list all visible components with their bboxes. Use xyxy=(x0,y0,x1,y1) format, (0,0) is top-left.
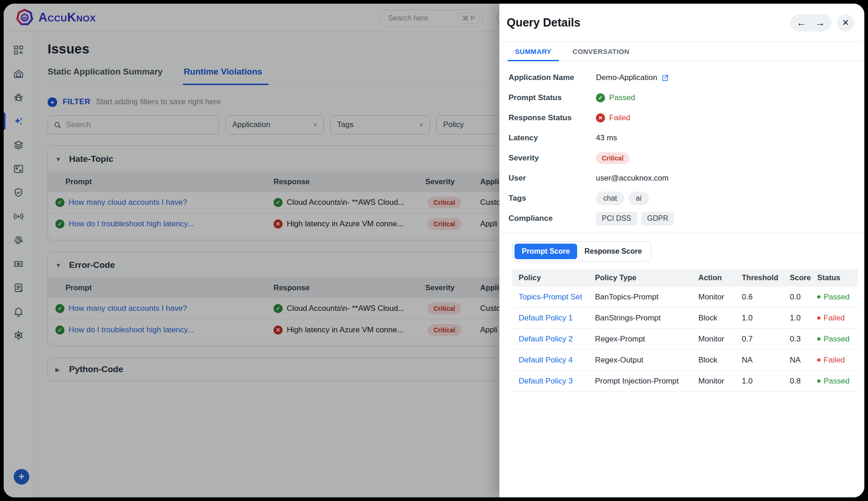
broadcast-icon xyxy=(13,211,24,222)
chevron-down-icon: ˅ xyxy=(313,122,317,128)
prompt-link[interactable]: How many cloud accounts I have? xyxy=(69,198,187,207)
field-latency: Latency 43 ms xyxy=(509,128,853,148)
policy-link[interactable]: Default Policy 2 xyxy=(519,335,573,343)
severity-badge: Critical xyxy=(428,197,461,208)
caret-right-icon: ▶ xyxy=(55,366,62,373)
tab-summary[interactable]: SUMMARY xyxy=(508,42,559,61)
chevron-down-icon: ˅ xyxy=(419,122,423,128)
status-cell: Failed xyxy=(817,314,858,323)
prompt-link[interactable]: How do I troubleshoot high latency... xyxy=(69,325,194,335)
filter-button[interactable]: FILTER xyxy=(63,97,91,107)
fingerprint-icon xyxy=(13,235,24,246)
field-tags: Tags chat ai xyxy=(509,188,853,208)
previous-record-button[interactable]: ← xyxy=(797,18,806,27)
response-status-value: Failed xyxy=(609,113,630,123)
policy-link[interactable]: Default Policy 1 xyxy=(519,314,573,322)
status-cell: Failed xyxy=(817,356,858,365)
score-toggle: Prompt Score Response Score xyxy=(512,241,651,261)
report-icon xyxy=(13,282,24,293)
x-circle-icon: ✕ xyxy=(596,113,605,123)
x-circle-icon: ✕ xyxy=(273,325,283,335)
sidebar-item-notifications[interactable] xyxy=(4,299,33,323)
policy-type-cell: BanStrings-Prompt xyxy=(595,314,698,323)
prompt-link[interactable]: How many cloud accounts I have? xyxy=(69,304,187,313)
search-input[interactable] xyxy=(66,120,214,129)
data-transfer-icon xyxy=(13,163,24,175)
sidebar-item-identity[interactable] xyxy=(4,228,33,252)
severity-badge: Critical xyxy=(428,303,461,314)
bell-icon xyxy=(13,306,24,317)
application-filter-dropdown[interactable]: Application ˅ xyxy=(225,115,324,134)
sidebar-item-home[interactable] xyxy=(4,62,33,85)
close-icon[interactable]: ✕ xyxy=(837,14,854,32)
drawer-tabs: SUMMARY CONVERSATION xyxy=(499,42,864,61)
status-cell: Passed xyxy=(817,335,858,344)
sidebar-item-data-transfer[interactable] xyxy=(4,157,33,181)
sidebar-item-compliance[interactable] xyxy=(4,181,33,204)
tag-chip: ai xyxy=(628,192,648,205)
caret-down-icon: ▼ xyxy=(55,156,62,163)
bug-icon xyxy=(13,92,24,103)
tab-static-application-summary[interactable]: Static Application Summary xyxy=(48,67,163,85)
policy-link[interactable]: Default Policy 4 xyxy=(519,356,573,364)
action-cell: Monitor xyxy=(698,293,742,302)
prompt-link[interactable]: How do I troubleshoot high latency... xyxy=(69,219,194,229)
check-circle-icon: ✓ xyxy=(273,198,283,207)
policy-type-cell: BanTopics-Prompt xyxy=(595,293,698,302)
shortcut-badge: ⌘ P xyxy=(457,13,480,24)
field-label: Response Status xyxy=(509,113,596,123)
col-policy: Policy xyxy=(512,273,595,282)
sidebar: + xyxy=(4,32,34,497)
tab-conversation[interactable]: CONVERSATION xyxy=(565,42,637,61)
threshold-cell: NA xyxy=(742,356,790,365)
add-button[interactable]: + xyxy=(14,469,29,485)
status-dot-icon xyxy=(817,316,820,320)
check-circle-icon: ✓ xyxy=(55,219,64,229)
severity-badge: Critical xyxy=(428,218,461,230)
policy-link[interactable]: Topics-Prompt Set xyxy=(519,293,582,301)
score-cell: 0.8 xyxy=(790,377,817,386)
sidebar-item-reports[interactable] xyxy=(4,276,33,299)
response-score-button[interactable]: Response Score xyxy=(577,244,649,259)
policy-row: Default Policy 4 Regex-Output Block NA N… xyxy=(512,350,858,371)
col-policy-type: Policy Type xyxy=(595,273,698,282)
sidebar-item-dashboard[interactable] xyxy=(4,38,33,62)
external-link-icon[interactable] xyxy=(661,74,669,82)
application-filter-label: Application xyxy=(232,120,270,129)
prompt-score-button[interactable]: Prompt Score xyxy=(514,244,577,259)
policy-table-header: Policy Policy Type Action Threshold Scor… xyxy=(512,269,858,287)
col-response: Response xyxy=(273,283,425,292)
field-label: Prompt Status xyxy=(509,93,596,102)
active-indicator xyxy=(4,112,5,130)
check-circle-icon: ✓ xyxy=(55,325,64,335)
policy-table: Policy Policy Type Action Threshold Scor… xyxy=(512,269,858,392)
next-record-button[interactable]: → xyxy=(815,18,825,27)
severity-badge: Critical xyxy=(428,324,461,336)
action-cell: Monitor xyxy=(698,335,742,344)
field-compliance: Compliance PCI DSS GDPR xyxy=(509,208,853,229)
brand-logo[interactable]: AccuKnox xyxy=(16,8,96,27)
action-cell: Block xyxy=(698,356,742,365)
score-cell: 1.0 xyxy=(790,314,817,323)
sidebar-item-layers[interactable] xyxy=(4,133,33,157)
col-response: Response xyxy=(273,177,425,186)
tags-filter-dropdown[interactable]: Tags ˅ xyxy=(330,115,430,134)
divider xyxy=(499,233,864,233)
sidebar-item-tickets[interactable] xyxy=(4,252,33,276)
section-title: Error-Code xyxy=(69,260,115,270)
sidebar-item-runtime[interactable] xyxy=(4,204,33,228)
section-title: Python-Code xyxy=(69,364,123,374)
sidebar-item-settings[interactable] xyxy=(4,323,33,347)
drawer-header: Query Details ← → ✕ xyxy=(499,4,864,42)
dashboard-add-icon xyxy=(13,44,24,56)
sidebar-item-ai-security[interactable] xyxy=(4,109,33,133)
add-filter-icon[interactable]: + xyxy=(48,97,57,107)
layers-icon xyxy=(13,139,24,151)
status-dot-icon xyxy=(817,379,820,383)
violations-search[interactable] xyxy=(48,115,219,134)
policy-link[interactable]: Default Policy 3 xyxy=(519,377,573,385)
global-search[interactable]: Search here ⌘ P xyxy=(380,10,483,27)
sidebar-item-issues[interactable] xyxy=(4,85,33,109)
tab-runtime-violations[interactable]: Runtime Violations xyxy=(183,67,269,85)
status-cell: Passed xyxy=(817,377,858,386)
